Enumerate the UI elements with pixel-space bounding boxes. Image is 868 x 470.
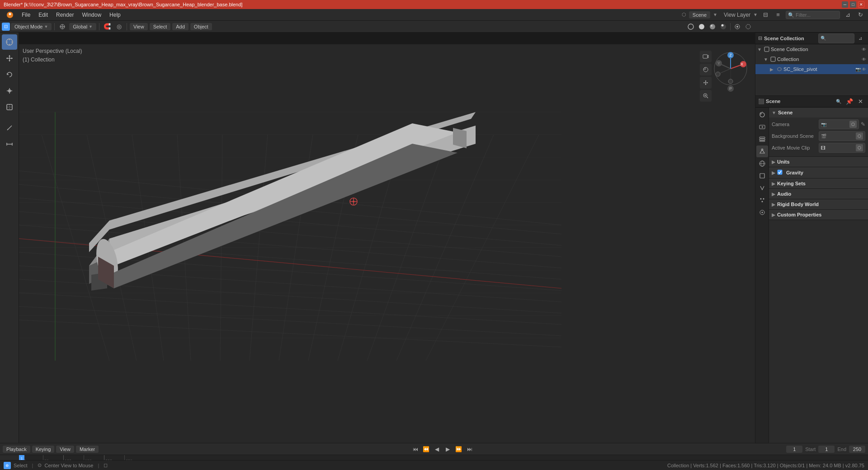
global-label[interactable]: Global ▼ — [69, 23, 96, 30]
measure-tool-button[interactable] — [2, 136, 17, 152]
object-visibility-icon[interactable]: 👁 — [862, 67, 866, 72]
prev-frame-btn[interactable]: ⏪ — [422, 445, 431, 454]
props-tab-render[interactable] — [756, 109, 768, 121]
play-btn[interactable]: ▶ — [443, 445, 453, 454]
viewport-shading-material[interactable] — [708, 22, 717, 32]
movie-clip-input[interactable]: 🎞 ⬡ — [819, 143, 865, 153]
props-pin-btn[interactable]: 📌 — [844, 97, 854, 107]
view-menu[interactable]: View — [130, 23, 148, 30]
snap-btn[interactable]: 🧲 — [102, 22, 112, 32]
next-frame-btn[interactable]: ⏩ — [454, 445, 463, 454]
keying-menu[interactable]: Keying — [32, 446, 55, 453]
end-frame-input[interactable]: 250 — [849, 446, 865, 453]
menu-window[interactable]: Window — [78, 11, 105, 19]
svg-text:Y: Y — [717, 61, 720, 66]
viewport-shading-solid[interactable] — [697, 22, 707, 32]
audio-section-header[interactable]: ▶ Audio — [769, 189, 868, 199]
jump-end-btn[interactable]: ⏭ — [465, 445, 474, 454]
props-close-btn[interactable]: ✕ — [855, 97, 865, 107]
menu-file[interactable]: File — [18, 11, 34, 19]
outliner-filter[interactable]: ⊿ — [843, 10, 853, 20]
global-dropdown[interactable] — [57, 22, 67, 32]
rigid-body-header[interactable]: ▶ Rigid Body World — [769, 199, 868, 209]
close-button[interactable]: ✕ — [858, 1, 864, 8]
start-frame-input[interactable]: 1 — [818, 446, 835, 453]
camera-input[interactable]: 📷 ⬡ — [819, 119, 859, 129]
props-tab-output[interactable] — [756, 121, 768, 133]
scene-selector[interactable]: Scene — [689, 11, 710, 19]
viewport-shading-render[interactable] — [718, 22, 728, 32]
scene-visibility-icon[interactable]: 👁 — [862, 47, 866, 52]
outliner-icon1[interactable]: ⊟ — [760, 10, 770, 20]
move-tool-button[interactable] — [2, 51, 17, 66]
move-view-btn[interactable] — [700, 77, 712, 89]
scale-tool-button[interactable] — [2, 83, 17, 99]
object-menu[interactable]: Object — [190, 23, 212, 30]
props-tab-modifiers[interactable] — [756, 182, 768, 194]
select-menu[interactable]: Select — [150, 23, 171, 30]
svg-rect-108 — [760, 139, 765, 140]
object-mode-dropdown[interactable]: Object Mode ▼ — [11, 23, 52, 30]
overlays-btn[interactable] — [732, 22, 742, 32]
right-panel: ⊟ Scene Collection ⊿ ▼ Scene Collection … — [755, 33, 868, 470]
custom-props-header[interactable]: ▶ Custom Properties — [769, 210, 868, 220]
render-preview-btn[interactable] — [700, 64, 712, 75]
props-tab-object[interactable] — [756, 170, 768, 182]
outliner-object-sc-slice[interactable]: ▶ SC_Slice_pivot 📷 👁 — [755, 64, 868, 74]
bg-scene-browse-btn[interactable]: ⬡ — [856, 132, 863, 140]
outliner-icon2[interactable]: ≡ — [773, 10, 783, 20]
props-tab-scene[interactable] — [756, 146, 768, 157]
outliner-search-small[interactable] — [818, 33, 854, 43]
object-render-icon[interactable]: 📷 — [855, 67, 861, 72]
outliner-sync[interactable]: ↻ — [855, 10, 865, 20]
xray-btn[interactable] — [743, 22, 753, 32]
camera-browse-btn[interactable]: ⬡ — [849, 121, 857, 128]
menu-edit[interactable]: Edit — [35, 11, 52, 19]
current-frame-input[interactable]: 1 — [786, 446, 802, 453]
camera-field: Camera 📷 ⬡ ✎ — [772, 119, 865, 129]
playback-menu[interactable]: Playback — [3, 446, 30, 453]
gravity-section-header[interactable]: ▶ Gravity — [769, 167, 868, 178]
view-menu-tl[interactable]: View — [56, 446, 74, 453]
collection-visibility-icon[interactable]: 👁 — [862, 57, 866, 62]
units-section-header[interactable]: ▶ Units — [769, 157, 868, 167]
navigation-gizmo[interactable]: X Y Z P — [712, 51, 749, 87]
viewport-shading-wire[interactable] — [686, 22, 696, 32]
jump-start-btn[interactable]: ⏮ — [411, 445, 420, 454]
gravity-checkbox[interactable] — [777, 169, 783, 176]
status-bar: ⊕ Select | ⊙ Center View to Mouse | ◻ Co… — [0, 460, 868, 470]
outliner-search[interactable] — [786, 11, 840, 19]
proportional-btn[interactable]: ◎ — [114, 22, 124, 32]
menu-help[interactable]: Help — [106, 11, 124, 19]
keying-sets-header[interactable]: ▶ Keying Sets — [769, 179, 868, 188]
gizmo-persp-btn[interactable]: P — [727, 85, 734, 92]
overlay-controls — [686, 22, 753, 32]
bg-scene-input[interactable]: 🎬 ⬡ — [819, 131, 865, 141]
props-search-btn[interactable]: 🔍 — [834, 97, 844, 107]
play-rev-btn[interactable]: ◀ — [433, 445, 442, 454]
props-tab-viewlayer[interactable] — [756, 133, 768, 145]
menu-blender[interactable] — [3, 10, 17, 19]
camera-view-btn[interactable] — [700, 51, 712, 62]
props-tab-particles[interactable] — [756, 194, 768, 206]
transform-tool-button[interactable] — [2, 99, 17, 115]
add-menu[interactable]: Add — [172, 23, 189, 30]
viewport-3d[interactable]: User Perspective (Local) (1) Collection … — [19, 44, 755, 443]
camera-edit-btn[interactable]: ✎ — [861, 121, 865, 127]
movie-clip-browse-btn[interactable]: ⬡ — [856, 144, 863, 151]
marker-menu[interactable]: Marker — [76, 446, 99, 453]
props-tab-world[interactable] — [756, 158, 768, 169]
outliner-scene-collection[interactable]: ▼ Scene Collection 👁 — [755, 44, 868, 54]
cursor-tool-button[interactable] — [2, 34, 17, 50]
rotate-tool-button[interactable] — [2, 67, 17, 82]
props-tab-physics[interactable] — [756, 207, 768, 218]
collection-label: Collection — [777, 56, 799, 62]
zoom-btn[interactable] — [700, 90, 712, 102]
outliner-filter-btn[interactable]: ⊿ — [855, 33, 865, 43]
minimize-button[interactable]: ─ — [842, 1, 848, 8]
outliner-collection[interactable]: ▼ Collection 👁 — [755, 54, 868, 64]
menu-render[interactable]: Render — [52, 11, 77, 19]
maximize-button[interactable]: □ — [850, 1, 856, 8]
annotate-tool-button[interactable] — [2, 120, 17, 136]
scene-section-header[interactable]: ▼ Scene — [769, 108, 868, 118]
